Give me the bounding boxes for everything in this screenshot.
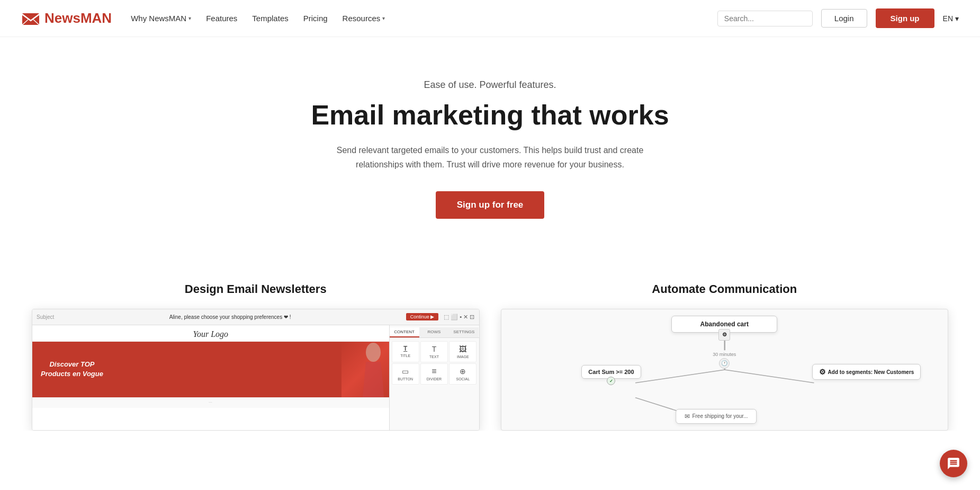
node-check-icon: ✓ — [607, 377, 615, 385]
editor-toolbar-icons: ⬚ ⬜ ▪ ✕ ⊡ — [444, 314, 474, 320]
editor-canvas: Your Logo Discover TOPProducts en Vogue — [32, 325, 389, 430]
divider-icon: ≡ — [431, 367, 436, 376]
logo-link[interactable]: NewsMAN — [21, 9, 112, 28]
image-icon: 🖼 — [459, 345, 466, 353]
editor-tool-title[interactable]: T TITLE — [392, 341, 419, 362]
title-icon: T — [403, 345, 407, 352]
nav-item-features[interactable]: Features — [206, 14, 237, 23]
hero-tagline: Ease of use. Powerful features. — [21, 79, 959, 91]
editor-continue-button[interactable]: Continue ▶ — [406, 313, 439, 320]
editor-tool-divider[interactable]: ≡ DIVIDER — [420, 363, 448, 385]
chevron-down-icon-3: ▾ — [955, 14, 959, 23]
gear-icon: ⚙ — [819, 368, 826, 376]
hero-section: Ease of use. Powerful features. Email ma… — [0, 37, 980, 251]
editor-tool-social[interactable]: ⊕ SOCIAL — [449, 363, 476, 385]
automation-node-cartsum: Cart Sum >= 200 ✓ — [581, 365, 641, 379]
feature-col-automation: Automate Communication Abandoned cart ⚙ — [490, 282, 959, 431]
button-icon: ▭ — [402, 367, 409, 376]
editor-tool-button[interactable]: ▭ BUTTON — [392, 363, 419, 385]
editor-tab-rows[interactable]: ROWS — [419, 327, 449, 337]
nav-item-resources[interactable]: Resources ▾ — [343, 14, 385, 23]
editor-top-bar: Subject Aline, please choose your shoppi… — [32, 309, 479, 325]
feature-col-automation-title: Automate Communication — [501, 282, 949, 296]
automation-node-freeshipping: ✉ Free shipping for your... — [676, 409, 757, 424]
login-button[interactable]: Login — [821, 9, 867, 28]
editor-banner-text: Discover TOPProducts en Vogue — [41, 360, 103, 379]
text-icon: T — [432, 345, 437, 353]
hero-description: Send relevant targeted emails to your cu… — [331, 143, 649, 172]
email-icon: ✉ — [685, 413, 690, 420]
hero-signup-button[interactable]: Sign up for free — [436, 191, 545, 219]
navbar-left: NewsMAN Why NewsMAN ▾ Features Templates — [21, 9, 385, 28]
automation-node-add-segments: ⚙ Add to segments: New Customers — [812, 364, 921, 380]
editor-tab-settings[interactable]: SETTINGS — [449, 327, 479, 337]
signup-button[interactable]: Sign up — [876, 8, 934, 28]
automation-mockup: Abandoned cart ⚙ 30 minutes 🕐 Cart Sum >… — [501, 309, 949, 431]
nav-links: Why NewsMAN ▾ Features Templates Pricing — [131, 14, 385, 23]
svg-line-5 — [724, 370, 814, 383]
chevron-down-icon-2: ▾ — [382, 15, 385, 21]
nav-item-why[interactable]: Why NewsMAN ▾ — [131, 14, 191, 23]
node-settings-icon: ⚙ — [718, 329, 730, 341]
feature-col-email-title: Design Email Newsletters — [32, 282, 480, 296]
navbar-right: Login Sign up EN ▾ — [717, 8, 959, 28]
editor-tab-content[interactable]: CONTENT — [390, 327, 419, 337]
editor-sidebar-tabs: CONTENT ROWS SETTINGS — [390, 327, 479, 338]
editor-subject-label: Subject — [37, 314, 54, 320]
svg-rect-0 — [22, 13, 39, 25]
nav-item-templates[interactable]: Templates — [252, 14, 288, 23]
search-input[interactable] — [717, 11, 813, 26]
svg-line-4 — [635, 370, 725, 383]
model-silhouette — [341, 342, 387, 397]
editor-subject-value: Aline, please choose your shopping prefe… — [57, 314, 402, 320]
editor-tools-grid: T TITLE T TEXT 🖼 IMAGE ▭ — [390, 338, 479, 388]
automation-node-timer: 30 minutes 🕐 — [713, 352, 736, 369]
timer-icon: 🕐 — [719, 358, 730, 369]
svg-line-6 — [635, 397, 680, 412]
chevron-down-icon: ▾ — [188, 15, 191, 21]
logo-icon — [21, 9, 40, 28]
social-icon: ⊕ — [460, 367, 466, 376]
editor-banner: Discover TOPProducts en Vogue — [32, 342, 389, 397]
feature-col-email: Design Email Newsletters Subject Aline, … — [21, 282, 490, 431]
hero-title: Email marketing that works — [21, 100, 959, 130]
navbar: NewsMAN Why NewsMAN ▾ Features Templates — [0, 0, 980, 37]
nav-item-pricing[interactable]: Pricing — [303, 14, 328, 23]
editor-body: Your Logo Discover TOPProducts en Vogue — [32, 325, 479, 430]
editor-sidebar: CONTENT ROWS SETTINGS T TITLE T TEXT — [389, 325, 479, 430]
automation-node-abandoned-cart: Abandoned cart ⚙ — [671, 316, 777, 333]
logo-text: NewsMAN — [44, 10, 112, 26]
email-editor-mockup: Subject Aline, please choose your shoppi… — [32, 309, 480, 431]
language-selector[interactable]: EN ▾ — [943, 14, 959, 23]
editor-tool-image[interactable]: 🖼 IMAGE — [449, 341, 476, 362]
editor-tool-text[interactable]: T TEXT — [420, 341, 448, 362]
editor-logo-area: Your Logo — [32, 325, 389, 342]
features-section: Design Email Newsletters Subject Aline, … — [0, 251, 980, 431]
svg-point-1 — [366, 343, 381, 362]
editor-bottom-strip: ⋯ — [32, 397, 389, 408]
